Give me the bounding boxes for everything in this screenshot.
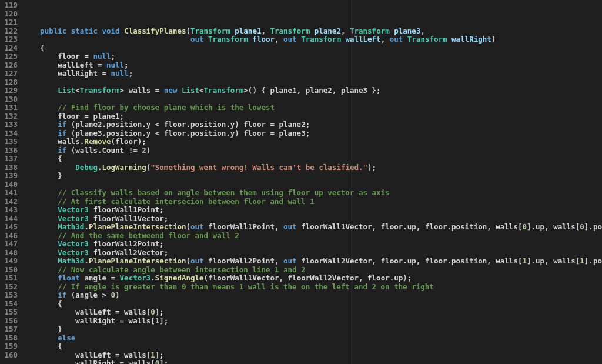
line-number-gutter: 1191201211221231241251261271281291301311… bbox=[0, 0, 22, 364]
code-line[interactable]: // Classify walls based on angle between… bbox=[22, 189, 602, 198]
code-line[interactable]: Math3d.PlanePlaneIntersection(out floorW… bbox=[22, 257, 602, 266]
token-pun: < bbox=[199, 86, 204, 95]
token-id: (plane3.position.y < floor.position.y) f… bbox=[66, 129, 310, 138]
token-id bbox=[22, 35, 190, 44]
code-line[interactable]: // And the same betweend floor and wall … bbox=[22, 232, 602, 241]
line-number: 155 bbox=[2, 308, 18, 317]
code-line[interactable]: Vector3 floorWall2Vector; bbox=[22, 249, 602, 258]
token-id: ) bbox=[146, 146, 151, 155]
code-line[interactable]: } bbox=[22, 325, 602, 334]
code-line[interactable]: // At first calculate intersecion betwee… bbox=[22, 198, 602, 206]
token-kw: static bbox=[71, 26, 98, 35]
token-kw: null bbox=[111, 69, 129, 78]
line-number: 158 bbox=[2, 334, 18, 343]
line-number: 157 bbox=[2, 325, 18, 334]
token-fn: PlanePlaneIntersection bbox=[89, 222, 186, 231]
token-pun: ( bbox=[186, 26, 190, 35]
code-line[interactable]: floor = plane1; bbox=[22, 112, 602, 121]
token-type: Transform bbox=[407, 35, 447, 44]
token-id bbox=[22, 239, 58, 248]
code-line[interactable]: Debug.LogWarning("Something went wrong! … bbox=[22, 163, 602, 172]
code-line[interactable]: if (plane3.position.y < floor.position.y… bbox=[22, 129, 602, 138]
code-line[interactable]: wallLeft = null; bbox=[22, 61, 602, 70]
code-line[interactable]: { bbox=[22, 44, 602, 53]
token-type: Math3d bbox=[58, 256, 84, 265]
token-id: floorWall2Vector, floor.up, floor.positi… bbox=[297, 256, 523, 265]
token-type: Vector3 bbox=[120, 273, 151, 282]
token-pun: ; bbox=[124, 61, 129, 69]
code-line[interactable]: if (walls.Count != 2) bbox=[22, 146, 602, 155]
token-fn: PlanePlaneIntersection bbox=[89, 256, 186, 265]
code-line[interactable]: } bbox=[22, 172, 602, 181]
token-kw: void bbox=[102, 26, 119, 35]
code-line[interactable]: wallLeft = walls[0]; bbox=[22, 308, 602, 317]
code-line[interactable]: if (plane2.position.y < floor.position.y… bbox=[22, 121, 602, 129]
code-line[interactable]: // Find floor by choose plane which is t… bbox=[22, 103, 602, 112]
token-id bbox=[204, 35, 209, 44]
token-parm: plane2 bbox=[315, 26, 341, 35]
code-line[interactable]: { bbox=[22, 342, 602, 351]
token-kw: if bbox=[58, 290, 66, 299]
token-num: 1 bbox=[150, 350, 155, 359]
token-kw: new bbox=[164, 86, 178, 95]
token-id bbox=[22, 248, 58, 257]
code-line[interactable]: wallLeft = walls[1]; bbox=[22, 351, 602, 360]
code-line[interactable]: out Transform floor, out Transform wallL… bbox=[22, 35, 602, 44]
code-line[interactable]: wallRight = walls[1]; bbox=[22, 317, 602, 326]
code-line[interactable] bbox=[22, 95, 602, 104]
token-pun: , bbox=[341, 26, 350, 35]
token-cmt: // Now calculate angle between intersect… bbox=[22, 265, 306, 274]
token-id: ]; bbox=[155, 308, 164, 316]
code-line[interactable]: else bbox=[22, 334, 602, 343]
token-cmt: // Classify walls based on angle between… bbox=[22, 188, 390, 197]
line-number: 152 bbox=[2, 283, 18, 292]
line-number: 139 bbox=[2, 172, 18, 181]
code-line[interactable]: wallRight = null; bbox=[22, 69, 602, 78]
token-type: Vector3 bbox=[58, 214, 89, 223]
code-line[interactable]: { bbox=[22, 155, 602, 163]
code-line[interactable]: float angle = Vector3.SignedAngle(floorW… bbox=[22, 274, 602, 283]
code-line[interactable]: Vector3 floorWall1Point; bbox=[22, 206, 602, 215]
code-line[interactable] bbox=[22, 78, 602, 87]
code-line[interactable]: // Now calculate angle between intersect… bbox=[22, 266, 602, 275]
code-line[interactable]: walls.Remove(floor); bbox=[22, 138, 602, 146]
code-line[interactable]: List<Transform> walls = new List<Transfo… bbox=[22, 86, 602, 95]
code-line[interactable]: // If angle is greater than 0 than means… bbox=[22, 283, 602, 292]
token-type: Debug bbox=[75, 163, 98, 172]
code-line[interactable]: wallRight = walls[0]; bbox=[22, 359, 602, 364]
code-line[interactable]: { bbox=[22, 300, 602, 309]
token-type: Transform bbox=[190, 26, 230, 35]
token-id: wallRight = bbox=[22, 69, 111, 78]
token-cmt: // At first calculate intersecion betwee… bbox=[22, 197, 315, 206]
token-id: wallRight = walls[ bbox=[22, 359, 155, 364]
token-id bbox=[22, 129, 58, 138]
token-str: "Something went wrong! Walls can't be cl… bbox=[150, 163, 367, 172]
token-parm: floor bbox=[252, 35, 275, 44]
token-pun: { bbox=[22, 342, 62, 350]
code-line[interactable]: Vector3 floorWall1Vector; bbox=[22, 215, 602, 223]
token-id bbox=[22, 290, 58, 299]
code-area[interactable]: public static void ClassifyPlanes(Transf… bbox=[22, 0, 602, 364]
token-id bbox=[22, 146, 58, 155]
token-id: (floorWall1Vector, floorWall2Vector, flo… bbox=[204, 273, 412, 282]
code-line[interactable]: Math3d.PlanePlaneIntersection(out floorW… bbox=[22, 223, 602, 232]
line-number: 150 bbox=[2, 266, 18, 275]
code-line[interactable] bbox=[22, 181, 602, 189]
line-number: 125 bbox=[2, 52, 18, 61]
code-line[interactable]: floor = null; bbox=[22, 52, 602, 61]
line-number: 146 bbox=[2, 232, 18, 241]
token-id: wallLeft = walls[ bbox=[22, 350, 150, 359]
token-id: ].up, walls[ bbox=[527, 222, 580, 231]
token-cmt: // And the same betweend floor and wall … bbox=[22, 231, 239, 240]
token-id bbox=[22, 222, 58, 231]
token-num: 0 bbox=[150, 308, 155, 316]
code-editor[interactable]: 1191201211221231241251261271281291301311… bbox=[0, 0, 602, 364]
line-number: 123 bbox=[2, 35, 18, 44]
token-type: Math3d bbox=[58, 222, 84, 231]
line-number: 138 bbox=[2, 163, 18, 172]
token-type: List bbox=[58, 86, 75, 95]
token-pun: , bbox=[381, 35, 390, 44]
code-line[interactable]: public static void ClassifyPlanes(Transf… bbox=[22, 27, 602, 36]
code-line[interactable]: if (angle > 0) bbox=[22, 291, 602, 300]
code-line[interactable]: Vector3 floorWall2Point; bbox=[22, 240, 602, 249]
